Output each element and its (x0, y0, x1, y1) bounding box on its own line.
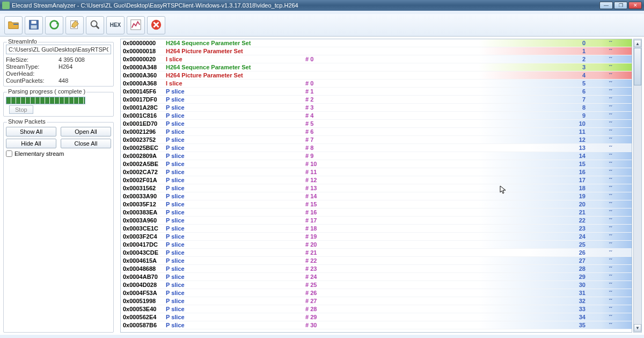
expand-chevron-icon[interactable]: ˅˅ (589, 265, 632, 272)
expand-chevron-icon[interactable]: ˅˅ (589, 104, 632, 111)
packet-list[interactable]: 0x00000000H264 Sequence Parameter Set0˅˅… (121, 39, 632, 332)
packet-row[interactable]: 0x00023752P slice# 712˅˅ (121, 136, 632, 144)
expand-chevron-icon[interactable]: ˅˅ (589, 80, 632, 87)
packet-row[interactable]: 0x000417DCP slice# 2025˅˅ (121, 241, 632, 249)
expand-chevron-icon[interactable]: ˅˅ (589, 297, 632, 305)
scroll-down-arrow[interactable]: ▼ (634, 324, 641, 332)
packet-row[interactable]: 0x00031562P slice# 1318˅˅ (121, 184, 632, 192)
expand-chevron-icon[interactable]: ˅˅ (589, 144, 632, 152)
expand-chevron-icon[interactable]: ˅˅ (589, 160, 632, 168)
vertical-scrollbar[interactable]: ▲ ▼ (633, 39, 642, 333)
packet-row[interactable]: 0x0004D028P slice# 2530˅˅ (121, 281, 632, 289)
stop-button[interactable]: Stop (9, 105, 33, 114)
hex-view-button[interactable]: HEX (106, 16, 125, 34)
expand-chevron-icon[interactable]: ˅˅ (589, 71, 632, 79)
expand-chevron-icon[interactable]: ˅˅ (589, 47, 632, 55)
packet-row[interactable]: 0x00048688P slice# 2328˅˅ (121, 265, 632, 273)
packet-row[interactable]: 0x00051998P slice# 2732˅˅ (121, 297, 632, 305)
packet-row[interactable]: 0x0002CA72P slice# 1116˅˅ (121, 168, 632, 176)
expand-chevron-icon[interactable]: ˅˅ (589, 321, 632, 329)
expand-chevron-icon[interactable]: ˅˅ (589, 55, 632, 63)
expand-chevron-icon[interactable]: ˅˅ (589, 305, 632, 313)
expand-chevron-icon[interactable]: ˅˅ (589, 208, 632, 216)
packet-row[interactable]: 0x000587B6P slice# 3035˅˅ (121, 321, 632, 329)
expand-chevron-icon[interactable]: ˅˅ (589, 281, 632, 289)
packet-row[interactable]: 0x0001ED70P slice# 510˅˅ (121, 120, 632, 128)
scroll-up-arrow[interactable]: ▲ (634, 40, 641, 47)
packet-row[interactable]: 0x0004AB70P slice# 2429˅˅ (121, 273, 632, 281)
packet-row[interactable]: 0x0001A28CP slice# 38˅˅ (121, 104, 632, 112)
expand-chevron-icon[interactable]: ˅˅ (589, 192, 632, 200)
packet-row[interactable]: 0x000145F6P slice# 16˅˅ (121, 88, 632, 96)
maximize-button[interactable]: ❐ (614, 2, 627, 9)
expand-chevron-icon[interactable]: ˅˅ (589, 128, 632, 135)
packet-row[interactable]: 0x0003F2C4P slice# 1924˅˅ (121, 233, 632, 241)
expand-chevron-icon[interactable]: ˅˅ (589, 273, 632, 281)
packet-row[interactable]: 0x000562E4P slice# 2934˅˅ (121, 313, 632, 321)
packet-row[interactable]: 0x00000020I slice# 02˅˅ (121, 55, 632, 63)
packet-row[interactable]: 0x0003A960P slice# 1722˅˅ (121, 217, 632, 225)
edit-button[interactable] (65, 16, 84, 34)
scroll-track[interactable] (634, 48, 641, 323)
expand-chevron-icon[interactable]: ˅˅ (589, 249, 632, 256)
expand-chevron-icon[interactable]: ˅˅ (589, 88, 632, 95)
close-all-button[interactable]: Close All (61, 139, 111, 148)
close-file-button[interactable] (147, 16, 165, 34)
packet-index: 1 (582, 47, 586, 55)
expand-chevron-icon[interactable]: ˅˅ (589, 184, 632, 192)
packet-row[interactable]: 0x0004615AP slice# 2227˅˅ (121, 257, 632, 265)
expand-chevron-icon[interactable]: ˅˅ (589, 257, 632, 264)
expand-chevron-icon[interactable]: ˅˅ (589, 168, 632, 176)
packet-row[interactable]: 0x00035F12P slice# 1520˅˅ (121, 200, 632, 208)
packet-row[interactable]: 0x00025BEC P slice# 813˅˅ (121, 144, 632, 152)
packet-row[interactable]: 0x00017DF0P slice# 27˅˅ (121, 96, 632, 104)
packet-slice-number: # 21 (305, 249, 317, 256)
scroll-thumb[interactable] (634, 48, 641, 85)
packet-row[interactable]: 0x000383EAP slice# 1621˅˅ (121, 208, 632, 217)
file-path-field[interactable] (6, 45, 111, 54)
expand-chevron-icon[interactable]: ˅˅ (589, 225, 632, 232)
elementary-stream-checkbox[interactable] (6, 150, 12, 157)
minimize-button[interactable]: — (599, 2, 613, 9)
packet-row[interactable]: 0x00000018H264 Picture Parameter Set1˅˅ (121, 47, 632, 55)
expand-chevron-icon[interactable]: ˅˅ (589, 120, 632, 127)
expand-chevron-icon[interactable]: ˅˅ (589, 241, 632, 248)
packet-row[interactable]: 0x00043CDE P slice# 2126˅˅ (121, 249, 632, 257)
packet-row[interactable]: 0x0003CE1CP slice# 1823˅˅ (121, 225, 632, 233)
expand-chevron-icon[interactable]: ˅˅ (589, 152, 632, 160)
packet-index: 28 (579, 265, 586, 272)
search-button[interactable] (86, 16, 104, 34)
expand-chevron-icon[interactable]: ˅˅ (589, 313, 632, 321)
show-all-button[interactable]: Show All (6, 127, 56, 136)
expand-chevron-icon[interactable]: ˅˅ (589, 96, 632, 103)
reload-button[interactable] (45, 16, 63, 34)
packet-offset: 0x0001ED70 (123, 120, 166, 127)
expand-chevron-icon[interactable]: ˅˅ (589, 63, 632, 71)
open-file-button[interactable] (4, 16, 23, 34)
expand-chevron-icon[interactable]: ˅˅ (589, 233, 632, 240)
expand-chevron-icon[interactable]: ˅˅ (589, 136, 632, 143)
expand-chevron-icon[interactable]: ˅˅ (589, 289, 632, 297)
packet-row[interactable]: 0x00033A90P slice# 1419˅˅ (121, 192, 632, 200)
packet-row[interactable]: 0x00053E40P slice# 2833˅˅ (121, 305, 632, 313)
packet-row[interactable]: 0x0002A5BEP slice# 1015˅˅ (121, 160, 632, 168)
packet-row[interactable]: 0x0000A360H264 Picture Parameter Set4˅˅ (121, 71, 632, 80)
packet-row[interactable]: 0x0000A348H264 Sequence Parameter Set3˅˅ (121, 63, 632, 71)
packet-row[interactable]: 0x0002809AP slice# 914˅˅ (121, 152, 632, 160)
expand-chevron-icon[interactable]: ˅˅ (589, 112, 632, 119)
open-all-button[interactable]: Open All (61, 127, 111, 136)
expand-chevron-icon[interactable]: ˅˅ (589, 176, 632, 184)
expand-chevron-icon[interactable]: ˅˅ (589, 217, 632, 224)
hide-all-button[interactable]: Hide All (6, 139, 56, 148)
save-button[interactable] (25, 16, 43, 34)
packet-row[interactable]: 0x0000A368I slice# 05˅˅ (121, 80, 632, 88)
close-button[interactable]: ✕ (628, 2, 642, 9)
packet-row[interactable]: 0x00000000H264 Sequence Parameter Set0˅˅ (121, 39, 632, 47)
packet-row[interactable]: 0x0002F01AP slice# 1217˅˅ (121, 176, 632, 184)
expand-chevron-icon[interactable]: ˅˅ (589, 200, 632, 208)
packet-row[interactable]: 0x0004F53AP slice# 2631˅˅ (121, 289, 632, 297)
packet-row[interactable]: 0x00021296P slice# 611˅˅ (121, 128, 632, 136)
packet-row[interactable]: 0x0001C816P slice# 49˅˅ (121, 112, 632, 120)
chart-button[interactable] (127, 16, 145, 34)
expand-chevron-icon[interactable]: ˅˅ (589, 39, 632, 47)
